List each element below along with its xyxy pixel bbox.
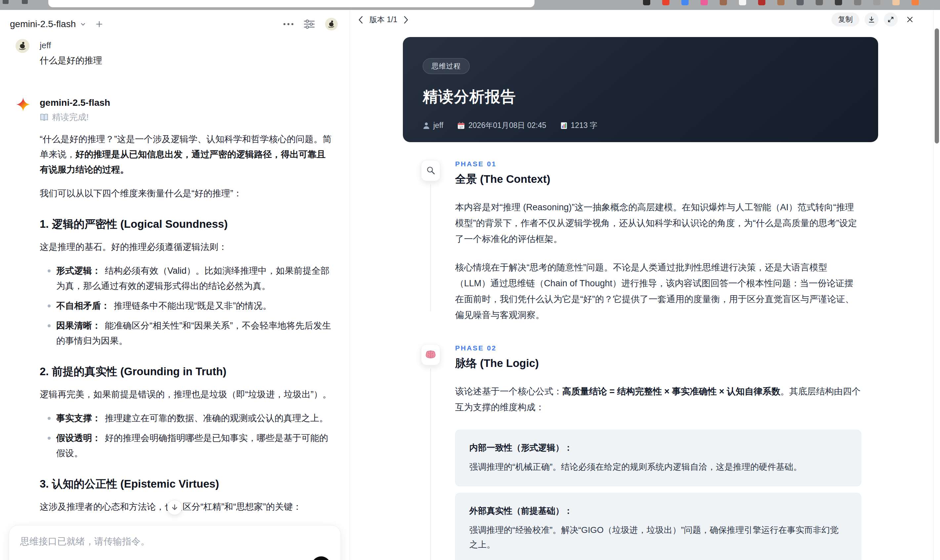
phase-section-1: PHASE 01 全景 (The Context) 本内容是对“推理 (Reas… <box>350 160 861 323</box>
bullet-dot <box>48 417 51 420</box>
phase-section-2: PHASE 02 脉络 (The Logic) 该论述基于一个核心公式：高质量结… <box>350 344 861 560</box>
composer-placeholder: 思维接口已就绪，请传输指令。 <box>20 535 330 548</box>
user-avatar <box>15 39 29 53</box>
extension-icon[interactable] <box>797 0 804 5</box>
extension-icon[interactable] <box>662 0 669 5</box>
paragraph: “什么是好的推理？”这是一个涉及逻辑学、认知科学和哲学核心的问题。简单来说，好的… <box>40 132 333 177</box>
expand-icon[interactable] <box>884 12 898 26</box>
extension-icon[interactable] <box>701 0 708 5</box>
close-icon[interactable] <box>903 12 917 26</box>
bar-chart-icon <box>560 122 567 129</box>
card-body: 强调推理的“机械正确”。结论必须在给定的规则系统内逻辑自洽，这是推理的硬件基础。 <box>469 460 847 474</box>
extension-icon[interactable] <box>873 0 880 5</box>
assistant-message-body: “什么是好的推理？”这是一个涉及逻辑学、认知科学和哲学核心的问题。简单来说，好的… <box>40 123 333 560</box>
list-item: 事实支撑：推理建立在可靠的数据、准确的观测或公认的真理之上。 <box>40 411 333 426</box>
paragraph: 我们可以从以下四个维度来衡量什么是“好的推理”： <box>40 186 333 201</box>
brain-icon <box>421 344 440 365</box>
extension-icon[interactable] <box>777 0 784 5</box>
report-actions: 复制 <box>832 12 917 26</box>
extension-icon[interactable] <box>912 0 919 5</box>
hero-badge: 思维过程 <box>423 58 470 74</box>
chevron-down-icon <box>80 21 86 28</box>
author-meta: jeff <box>423 121 443 130</box>
extension-icon[interactable] <box>835 0 842 5</box>
new-chat-button[interactable] <box>95 20 103 28</box>
report-content: 思维过程 精读分析报告 jeff 17 2026年01月08日 02:45 <box>350 29 940 560</box>
chat-panel: gemini-2.5-flash <box>0 10 350 560</box>
report-title: 精读分析报告 <box>423 87 858 107</box>
address-bar[interactable] <box>48 0 535 7</box>
user-avatar[interactable] <box>325 18 338 31</box>
extension-icon[interactable] <box>854 0 861 5</box>
model-selector[interactable]: gemini-2.5-flash <box>10 19 86 29</box>
status-text: 精读完成! <box>52 111 89 123</box>
chevron-left-icon[interactable] <box>358 15 364 24</box>
list-item: 形式逻辑：结构必须有效（Valid）。比如演绎推理中，如果前提全部为真，那么通过… <box>40 263 333 294</box>
list-item: 假设透明：好的推理会明确指明哪些是已知事实，哪些是基于可能的假设。 <box>40 431 333 461</box>
extension-icon[interactable] <box>720 0 727 5</box>
extension-icon[interactable] <box>892 0 900 5</box>
bullet-dot <box>48 437 51 440</box>
chevron-right-icon[interactable] <box>402 15 409 24</box>
paragraph: 逻辑再完美，如果前提是错误的，推理也是垃圾（即“垃圾进，垃圾出”）。 <box>40 387 333 402</box>
extension-icon[interactable] <box>816 0 823 5</box>
download-icon[interactable] <box>864 12 878 26</box>
assistant-status: 精读完成! <box>40 111 333 123</box>
list-item: 因果清晰：能准确区分“相关性”和“因果关系”，不会轻率地将先后发生的事情归为因果… <box>40 318 333 348</box>
section-heading: 1. 逻辑的严密性 (Logical Soundness) <box>40 217 333 231</box>
version-label: 版本 1/1 <box>370 15 397 25</box>
user-name: jeff <box>40 39 330 51</box>
word-count-meta: 1213 字 <box>560 120 598 131</box>
scrollbar-thumb[interactable] <box>935 28 939 143</box>
card-title: 外部真实性（前提基础）： <box>469 505 847 517</box>
extension-icon[interactable] <box>681 0 689 5</box>
person-icon <box>423 122 430 129</box>
card-title: 内部一致性（形式逻辑）： <box>469 442 847 454</box>
book-icon <box>40 113 49 122</box>
date-meta: 17 2026年01月08日 02:45 <box>457 120 546 131</box>
scroll-to-bottom-button[interactable] <box>167 500 182 515</box>
bullet-dot <box>48 305 51 308</box>
phase-label: PHASE 02 <box>455 344 861 352</box>
user-message-text: 什么是好的推理 <box>40 55 330 66</box>
bullet-dot <box>48 269 51 272</box>
copy-button[interactable]: 复制 <box>832 12 859 26</box>
phase-paragraph: 核心情境在于解决“思考的随意性”问题。不论是人类通过批判性思维进行决策，还是大语… <box>455 260 861 323</box>
phase-title: 脉络 (The Logic) <box>455 356 861 371</box>
composer-toolbar <box>20 556 331 560</box>
phase-label: PHASE 01 <box>455 160 861 168</box>
phase-title: 全景 (The Context) <box>455 172 861 187</box>
message-composer[interactable]: 思维接口已就绪，请传输指令。 <box>9 525 341 560</box>
section-heading: 3. 认知的公正性 (Epistemic Virtues) <box>40 477 333 491</box>
list-item: 不自相矛盾：推理链条中不能出现“既是又非”的情况。 <box>40 298 333 313</box>
chat-messages: jeff 什么是好的推理 gemini-2.5-flash <box>0 36 350 560</box>
extension-icon[interactable] <box>643 0 650 5</box>
extension-icon[interactable] <box>739 0 746 5</box>
bullet-list: 事实支撑：推理建立在可靠的数据、准确的观测或公认的真理之上。 假设透明：好的推理… <box>40 411 333 461</box>
settings-sliders-icon[interactable] <box>303 19 315 29</box>
timeline-rail <box>430 185 431 311</box>
more-options-icon[interactable] <box>284 23 293 25</box>
chat-header: gemini-2.5-flash <box>0 10 350 31</box>
dimension-card-2: 外部真实性（前提基础）： 强调推理的“经验校准”。解决“GIGO（垃圾进，垃圾出… <box>455 493 861 560</box>
model-name: gemini-2.5-flash <box>10 19 76 29</box>
svg-text:17: 17 <box>459 125 463 129</box>
search-icon <box>421 160 440 181</box>
voice-input-button[interactable] <box>311 556 331 560</box>
report-meta: jeff 17 2026年01月08日 02:45 1213 字 <box>423 120 858 131</box>
paragraph: 这涉及推理者的心态和方法论，也是区分“杠精”和“思想家”的关键： <box>40 499 333 514</box>
bullet-dot <box>48 324 51 327</box>
report-panel: 版本 1/1 复制 思维过程 <box>350 10 940 560</box>
version-navigator: 版本 1/1 <box>358 15 409 25</box>
section-heading: 2. 前提的真实性 (Grounding in Truth) <box>40 365 333 378</box>
gemini-logo-icon <box>15 97 31 112</box>
browser-toolbar <box>0 0 940 10</box>
browser-tab-icons <box>3 0 28 4</box>
user-message: jeff 什么是好的推理 <box>15 39 330 66</box>
assistant-message: gemini-2.5-flash 精读完成! “什么是好的推理？”这是一个涉及逻… <box>15 97 330 560</box>
app-window: gemini-2.5-flash <box>0 0 940 560</box>
report-topbar: 版本 1/1 复制 <box>350 10 940 29</box>
timeline-rail <box>430 369 431 560</box>
card-body: 强调推理的“经验校准”。解决“GIGO（垃圾进，垃圾出）”问题，确保推理引擎运行… <box>469 523 847 552</box>
extension-icon[interactable] <box>758 0 765 5</box>
